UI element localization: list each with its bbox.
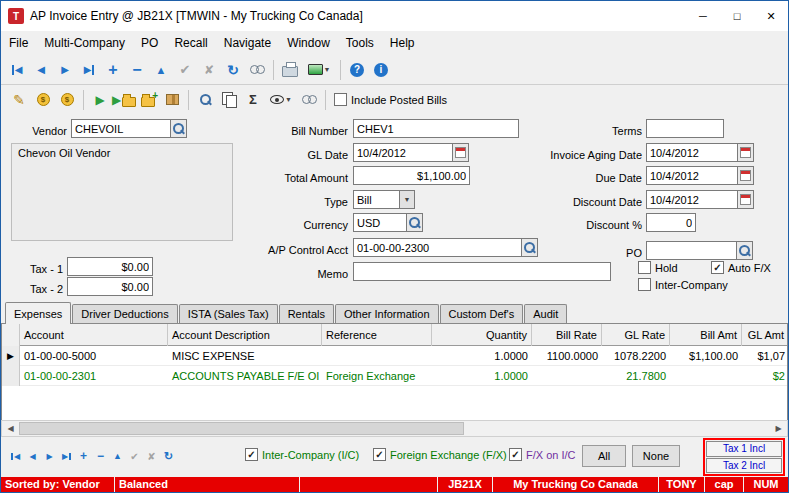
invoice-aging-date-calendar-button[interactable]	[737, 143, 754, 162]
vendor-lookup-button[interactable]	[170, 119, 187, 138]
menu-file[interactable]: File	[1, 31, 36, 55]
column-header-account-description[interactable]: Account Description	[168, 324, 322, 346]
cell-account-description[interactable]: ACCOUNTS PAYABLE F/E OI	[168, 366, 322, 386]
tax2-input[interactable]	[67, 277, 153, 296]
grid-edit-row-button[interactable]: ▲	[109, 448, 126, 464]
include-posted-bills-checkbox[interactable]	[334, 93, 347, 106]
edit-record-button[interactable]: ▲	[149, 58, 173, 82]
scroll-right-button[interactable]: ▶	[770, 421, 787, 436]
tab-custom-defs[interactable]: Custom Def's	[440, 304, 524, 323]
inter-company-checkbox[interactable]	[638, 278, 651, 291]
cell-bill-amt[interactable]: $1,100.00	[670, 346, 742, 366]
cell-reference[interactable]	[322, 346, 432, 366]
discount-date-input[interactable]	[646, 190, 738, 209]
tab-audit[interactable]: Audit	[524, 304, 567, 323]
cell-quantity[interactable]: 1.0000	[432, 366, 532, 386]
discount-date-calendar-button[interactable]	[737, 190, 754, 209]
cell-gl-amt[interactable]: $1,07	[742, 346, 788, 366]
menu-navigate[interactable]: Navigate	[216, 31, 279, 55]
column-header-quantity[interactable]: Quantity	[432, 324, 532, 346]
first-record-button[interactable]: ◀	[5, 58, 29, 82]
gl-date-input[interactable]	[353, 143, 453, 162]
menu-tools[interactable]: Tools	[338, 31, 382, 55]
link-button[interactable]	[297, 88, 321, 112]
sum-button[interactable]: Σ	[241, 88, 265, 112]
horizontal-scrollbar[interactable]: ◀ ▶	[1, 420, 788, 437]
tax1-input[interactable]	[67, 257, 153, 276]
maximize-button[interactable]: □	[720, 1, 754, 31]
column-header-bill-rate[interactable]: Bill Rate	[532, 324, 602, 346]
grid-add-row-button[interactable]: +	[75, 448, 92, 464]
copy-button[interactable]	[217, 88, 241, 112]
all-button[interactable]: All	[582, 445, 626, 467]
currency-input[interactable]	[353, 213, 407, 232]
scroll-left-button[interactable]: ◀	[2, 421, 19, 436]
inter-company-ic-checkbox[interactable]: ✓	[245, 448, 258, 461]
terms-input[interactable]	[646, 119, 724, 138]
fx-on-ic-checkbox[interactable]: ✓	[509, 448, 522, 461]
save-button[interactable]: ✔	[173, 58, 197, 82]
tab-expenses[interactable]: Expenses	[5, 302, 71, 324]
grid-first-record-button[interactable]: ◀	[7, 448, 24, 464]
cell-bill-rate[interactable]	[532, 366, 602, 386]
money-button[interactable]: $	[55, 88, 79, 112]
previous-record-button[interactable]: ◀	[29, 58, 53, 82]
transfer-button[interactable]: ▶	[112, 88, 136, 112]
column-header-account[interactable]: Account	[20, 324, 168, 346]
tab-ista-sales-tax[interactable]: ISTA (Sales Tax)	[179, 304, 278, 323]
view-options-button[interactable]: ▼	[265, 88, 297, 112]
total-amount-input[interactable]	[353, 166, 470, 185]
po-lookup-button[interactable]	[736, 241, 753, 260]
tax1-incl-button[interactable]: Tax 1 Incl	[706, 441, 782, 457]
cell-reference[interactable]: Foreign Exchange	[322, 366, 432, 386]
currency-lookup-button[interactable]	[406, 213, 423, 232]
column-header-gl-rate[interactable]: GL Rate	[602, 324, 670, 346]
package-button[interactable]	[160, 88, 184, 112]
po-input[interactable]	[646, 241, 737, 260]
tax2-incl-button[interactable]: Tax 2 Incl	[706, 458, 782, 474]
post-bill-button[interactable]: ▶	[88, 88, 112, 112]
column-header-bill-amt[interactable]: Bill Amt	[670, 324, 742, 346]
grid-save-button[interactable]: ✔	[126, 448, 143, 464]
payments-button[interactable]: $	[31, 88, 55, 112]
minimize-button[interactable]: ─	[686, 1, 720, 31]
cell-quantity[interactable]: 1.0000	[432, 346, 532, 366]
tab-rentals[interactable]: Rentals	[279, 304, 334, 323]
table-row[interactable]: 01-00-00-2301 ACCOUNTS PAYABLE F/E OI Fo…	[2, 366, 788, 386]
help-button[interactable]: ?	[345, 58, 369, 82]
about-button[interactable]: i	[369, 58, 393, 82]
screen-view-button[interactable]: ▼	[302, 58, 336, 82]
grid-previous-record-button[interactable]: ◀	[24, 448, 41, 464]
refresh-button[interactable]: ↻	[221, 58, 245, 82]
next-record-button[interactable]: ▶	[53, 58, 77, 82]
hold-checkbox[interactable]	[638, 261, 651, 274]
delete-record-button[interactable]: −	[125, 58, 149, 82]
invoice-aging-date-input[interactable]	[646, 143, 738, 162]
menu-recall[interactable]: Recall	[166, 31, 215, 55]
column-header-gl-amt[interactable]: GL Amt	[742, 324, 788, 346]
none-button[interactable]: None	[632, 445, 680, 467]
vendor-input[interactable]	[71, 119, 171, 138]
memo-input[interactable]	[353, 262, 611, 281]
menu-window[interactable]: Window	[279, 31, 338, 55]
scrollbar-thumb[interactable]	[19, 422, 464, 435]
grid-refresh-button[interactable]: ↻	[160, 448, 177, 464]
new-batch-button[interactable]: +	[136, 88, 160, 112]
due-date-calendar-button[interactable]	[737, 166, 754, 185]
attach-button[interactable]	[245, 58, 269, 82]
cell-account-description[interactable]: MISC EXPENSE	[168, 346, 322, 366]
tab-other-information[interactable]: Other Information	[335, 304, 439, 323]
menu-po[interactable]: PO	[133, 31, 166, 55]
table-row[interactable]: ▶ 01-00-00-5000 MISC EXPENSE 1.0000 1100…	[2, 346, 788, 366]
menu-help[interactable]: Help	[382, 31, 423, 55]
cell-bill-amt[interactable]	[670, 366, 742, 386]
grid-delete-row-button[interactable]: −	[92, 448, 109, 464]
cell-bill-rate[interactable]: 1100.0000	[532, 346, 602, 366]
due-date-input[interactable]	[646, 166, 738, 185]
close-button[interactable]: ✕	[754, 1, 788, 31]
cell-gl-rate[interactable]: 1078.2200	[602, 346, 670, 366]
grid-next-record-button[interactable]: ▶	[41, 448, 58, 464]
cell-gl-rate[interactable]: 21.7800	[602, 366, 670, 386]
tab-driver-deductions[interactable]: Driver Deductions	[72, 304, 177, 323]
cell-account[interactable]: 01-00-00-5000	[20, 346, 168, 366]
